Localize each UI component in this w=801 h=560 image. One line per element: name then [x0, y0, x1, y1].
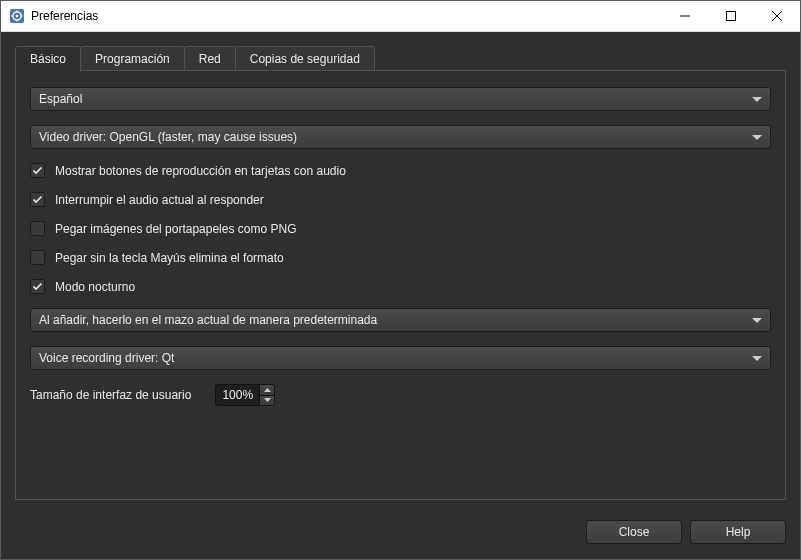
tab-network[interactable]: Red: [184, 46, 236, 71]
checkbox-row-night-mode[interactable]: Modo nocturno: [30, 279, 771, 294]
checkbox-show-play-buttons[interactable]: [30, 163, 45, 178]
chevron-down-icon: [752, 351, 762, 365]
titlebar: Preferencias: [1, 1, 800, 32]
tab-label: Básico: [30, 52, 66, 66]
tab-basic[interactable]: Básico: [15, 46, 81, 72]
spinbox-up-button[interactable]: [260, 385, 274, 396]
dialog-footer: Close Help: [1, 515, 800, 559]
tab-scheduling[interactable]: Programación: [80, 46, 185, 71]
chevron-down-icon: [752, 313, 762, 327]
svg-rect-3: [727, 12, 736, 21]
checkbox-night-mode[interactable]: [30, 279, 45, 294]
maximize-button[interactable]: [708, 1, 754, 31]
default-deck-select[interactable]: Al añadir, hacerlo en el mazo actual de …: [30, 308, 771, 332]
checkbox-label: Modo nocturno: [55, 280, 135, 294]
combobox-value: Video driver: OpenGL (faster, may cause …: [39, 130, 752, 144]
ui-size-row: Tamaño de interfaz de usuario 100%: [30, 384, 771, 406]
app-icon: [9, 8, 25, 24]
preferences-window: Preferencias Básico Programación Red Cop…: [0, 0, 801, 560]
language-select[interactable]: Español: [30, 87, 771, 111]
ui-size-spinbox[interactable]: 100%: [215, 384, 275, 406]
combobox-value: Al añadir, hacerlo en el mazo actual de …: [39, 313, 752, 327]
checkbox-label: Pegar sin la tecla Mayús elimina el form…: [55, 251, 284, 265]
spinbox-value[interactable]: 100%: [215, 384, 259, 406]
ui-size-label: Tamaño de interfaz de usuario: [30, 388, 191, 402]
svg-point-2: [16, 15, 19, 18]
tab-label: Red: [199, 52, 221, 66]
button-label: Help: [726, 525, 751, 539]
voice-driver-select[interactable]: Voice recording driver: Qt: [30, 346, 771, 370]
spinbox-arrows: [259, 384, 275, 406]
tab-label: Copias de seguridad: [250, 52, 360, 66]
tabpage-basic: Español Video driver: OpenGL (faster, ma…: [15, 70, 786, 500]
tabstrip: Básico Programación Red Copias de seguri…: [1, 32, 800, 71]
chevron-down-icon: [752, 92, 762, 106]
checkbox-row-show-play-buttons[interactable]: Mostrar botones de reproducción en tarje…: [30, 163, 771, 178]
checkbox-interrupt-audio[interactable]: [30, 192, 45, 207]
combobox-value: Voice recording driver: Qt: [39, 351, 752, 365]
checkbox-paste-png[interactable]: [30, 221, 45, 236]
checkbox-row-paste-png[interactable]: Pegar imágenes del portapapeles como PNG: [30, 221, 771, 236]
window-controls: [662, 1, 800, 31]
close-window-button[interactable]: [754, 1, 800, 31]
spinbox-down-button[interactable]: [260, 396, 274, 406]
checkbox-label: Pegar imágenes del portapapeles como PNG: [55, 222, 296, 236]
button-label: Close: [619, 525, 650, 539]
client-area: Básico Programación Red Copias de seguri…: [1, 32, 800, 559]
help-button[interactable]: Help: [690, 520, 786, 544]
tab-backups[interactable]: Copias de seguridad: [235, 46, 375, 71]
chevron-down-icon: [752, 130, 762, 144]
minimize-button[interactable]: [662, 1, 708, 31]
checkbox-paste-shift[interactable]: [30, 250, 45, 265]
checkbox-row-paste-shift[interactable]: Pegar sin la tecla Mayús elimina el form…: [30, 250, 771, 265]
combobox-value: Español: [39, 92, 752, 106]
checkbox-label: Interrumpir el audio actual al responder: [55, 193, 264, 207]
checkbox-row-interrupt-audio[interactable]: Interrumpir el audio actual al responder: [30, 192, 771, 207]
video-driver-select[interactable]: Video driver: OpenGL (faster, may cause …: [30, 125, 771, 149]
tab-label: Programación: [95, 52, 170, 66]
close-button[interactable]: Close: [586, 520, 682, 544]
window-title: Preferencias: [31, 9, 662, 23]
checkbox-label: Mostrar botones de reproducción en tarje…: [55, 164, 346, 178]
